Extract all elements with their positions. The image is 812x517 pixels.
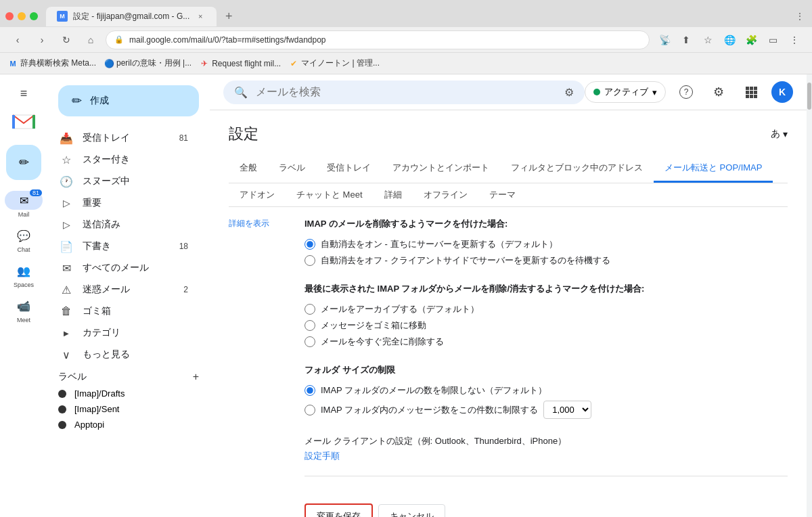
label-imap-sent-text: [Imap]/Sent <box>74 404 119 414</box>
scroll-thumb[interactable] <box>807 83 811 110</box>
nav-item-drafts[interactable]: 📄 下書き 18 <box>47 235 199 257</box>
forward-button[interactable]: › <box>32 30 51 49</box>
search-bar[interactable]: 🔍 ⚙ <box>223 81 585 104</box>
tab-offline[interactable]: オフライン <box>413 183 478 206</box>
share-icon[interactable]: ⬆ <box>677 30 696 49</box>
tab-filters[interactable]: フィルタとブロック中のアドレス <box>500 155 654 183</box>
svg-rect-9 <box>750 95 753 98</box>
user-avatar[interactable]: K <box>771 81 793 103</box>
sidebar-item-spaces[interactable]: 👥 Spaces <box>0 258 47 291</box>
bookmark-flight[interactable]: ✈ Request flight mil... <box>200 59 281 68</box>
folder-size-select[interactable]: 1,000 2,000 5,000 <box>543 401 591 419</box>
nav-item-inbox[interactable]: 📥 受信トレイ 81 <box>47 127 199 149</box>
detail-link[interactable]: 詳細を表示 <box>229 219 269 228</box>
trash-icon: 🗑 <box>58 303 74 319</box>
tab-general[interactable]: 全般 <box>229 155 268 183</box>
settings-title: 設定 あ ▾ <box>229 124 788 144</box>
action-buttons: 変更を保存 キャンセル <box>304 490 788 517</box>
status-label: アクティブ <box>604 86 648 98</box>
tab-inbox[interactable]: 受信トレイ <box>316 155 382 183</box>
nav-item-all[interactable]: ✉ すべてのメール <box>47 257 199 279</box>
tab-labels[interactable]: ラベル <box>268 155 316 183</box>
address-bar[interactable]: 🔒 mail.google.com/mail/u/0/?tab=rm#setti… <box>106 30 650 49</box>
label-imap-sent[interactable]: [Imap]/Sent <box>47 401 210 417</box>
nav-item-snoozed[interactable]: 🕐 スヌーズ中 <box>47 171 199 192</box>
bookmark-star-icon[interactable]: ☆ <box>698 30 717 49</box>
label-apptopi[interactable]: Apptopi <box>47 417 210 432</box>
folder-size-radio-1[interactable] <box>304 405 315 415</box>
search-filter-icon[interactable]: ⚙ <box>564 86 574 99</box>
imap-delete-label-1: 自動消去をオフ - クライアントサイドでサーバーを更新するのを待機する <box>321 254 610 267</box>
tab-advanced[interactable]: 詳細 <box>374 183 413 206</box>
client-setup-link[interactable]: 設定手順 <box>304 451 340 461</box>
language-selector[interactable]: あ ▾ <box>771 128 788 140</box>
add-label-button[interactable]: + <box>193 371 199 383</box>
tab-forwarding[interactable]: メール転送と POP/IMAP <box>654 155 773 183</box>
sidebar-item-chat[interactable]: 💬 Chat <box>0 223 47 256</box>
extensions-icon[interactable]: 🧩 <box>742 30 761 49</box>
categories-label: カテゴリ <box>83 327 188 339</box>
tab-close-button[interactable]: × <box>195 11 206 22</box>
svg-rect-8 <box>746 95 749 98</box>
spaces-icon-bg: 👥 <box>5 261 43 280</box>
bookmark-peril[interactable]: 🔵 perilの意味・用例 |... <box>104 58 191 69</box>
lang-icon: あ <box>771 128 780 140</box>
browser-menu-icon[interactable]: ⋮ <box>793 9 807 23</box>
imap-delete-option-1[interactable]: 自動消去をオフ - クライアントサイドでサーバーを更新するのを待機する <box>304 254 788 267</box>
nav-item-spam[interactable]: ⚠ 迷惑メール 2 <box>47 279 199 300</box>
nav-item-important[interactable]: ▷ 重要 <box>47 192 199 214</box>
settings-gear-icon: ⚙ <box>713 85 724 99</box>
imap-folder-radio-2[interactable] <box>304 336 315 347</box>
reload-button[interactable]: ↻ <box>57 30 76 49</box>
nav-item-more[interactable]: ∨ もっと見る <box>47 344 199 365</box>
save-button[interactable]: 変更を保存 <box>304 503 373 517</box>
sidebar: ≡ ✏ ✉ 81 Mail � <box>0 74 47 517</box>
imap-delete-radio-1[interactable] <box>304 255 315 266</box>
hamburger-menu-button[interactable]: ≡ <box>10 80 37 107</box>
search-input[interactable] <box>256 86 556 98</box>
nav-item-categories[interactable]: ▶ カテゴリ <box>47 322 199 344</box>
label-imap-drafts[interactable]: [Imap]/Drafts <box>47 386 210 401</box>
imap-folder-option-2[interactable]: メールを今すぐ完全に削除する <box>304 336 788 348</box>
help-button[interactable]: ? <box>674 80 698 104</box>
translate-icon[interactable]: 🌐 <box>720 30 739 49</box>
nav-item-sent[interactable]: ▷ 送信済み <box>47 214 199 235</box>
status-button[interactable]: アクティブ ▾ <box>585 81 666 103</box>
tab-themes[interactable]: テーマ <box>478 183 526 206</box>
apps-button[interactable] <box>739 80 763 104</box>
maximize-window-button[interactable] <box>30 12 38 20</box>
imap-delete-radio-0[interactable] <box>304 239 315 250</box>
settings-button[interactable]: ⚙ <box>706 80 731 104</box>
sidebar-item-meet[interactable]: 📹 Meet <box>0 294 47 326</box>
folder-size-radio-0[interactable] <box>304 385 315 396</box>
browser-menu-button[interactable]: ⋮ <box>785 30 804 49</box>
minimize-window-button[interactable] <box>18 12 26 20</box>
compose-button-sidebar[interactable]: ✏ <box>6 145 41 180</box>
nav-item-starred[interactable]: ☆ スター付き <box>47 149 199 171</box>
scrollbar[interactable] <box>807 74 812 517</box>
compose-button[interactable]: ✏ 作成 <box>58 85 199 116</box>
cancel-button[interactable]: キャンセル <box>378 504 445 517</box>
imap-folder-radio-0[interactable] <box>304 304 315 315</box>
imap-delete-option-0[interactable]: 自動消去をオン - 直ちにサーバーを更新する（デフォルト） <box>304 238 788 250</box>
url-text: mail.google.com/mail/u/0/?tab=rm#setting… <box>129 35 326 45</box>
sidebar-item-mail[interactable]: ✉ 81 Mail <box>0 188 47 221</box>
tab-addons[interactable]: アドオン <box>229 183 286 206</box>
active-tab[interactable]: M 設定 - fijijapan@gmail.com - G... × <box>46 7 217 26</box>
home-button[interactable]: ⌂ <box>81 30 100 49</box>
bookmark-norton[interactable]: ✔ マイノートン | 管理... <box>289 58 380 69</box>
sidebar-icon[interactable]: ▭ <box>763 30 782 49</box>
imap-folder-radio-1[interactable] <box>304 320 315 331</box>
new-tab-button[interactable]: + <box>219 7 238 26</box>
tab-accounts[interactable]: アカウントとインポート <box>382 155 500 183</box>
imap-folder-option-0[interactable]: メールをアーカイブする（デフォルト） <box>304 303 788 315</box>
imap-folder-option-1[interactable]: メッセージをゴミ箱に移動 <box>304 319 788 332</box>
close-window-button[interactable] <box>5 12 14 20</box>
back-button[interactable]: ‹ <box>8 30 27 49</box>
tab-chat[interactable]: チャットと Meet <box>286 183 374 206</box>
bookmark-meta[interactable]: M 辞典横断検索 Meta... <box>8 58 96 69</box>
nav-item-trash[interactable]: 🗑 ゴミ箱 <box>47 300 199 322</box>
folder-size-no-limit[interactable]: IMAP フォルダのメールの数を制限しない（デフォルト） <box>304 384 788 397</box>
imap-folder-title: 最後に表示された IMAP フォルダからメールを削除/消去するようマークを付けた… <box>304 283 788 295</box>
cast-icon[interactable]: 📡 <box>655 30 674 49</box>
